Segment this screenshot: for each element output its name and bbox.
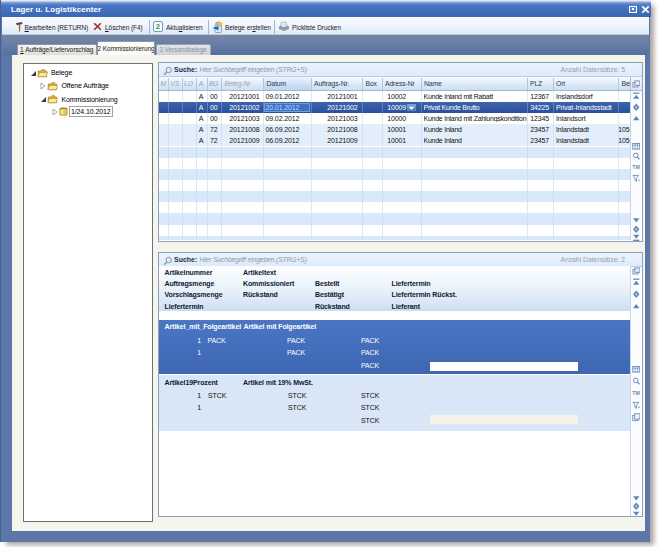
- svg-text:TM: TM: [632, 164, 640, 170]
- svg-text:TM: TM: [632, 390, 640, 396]
